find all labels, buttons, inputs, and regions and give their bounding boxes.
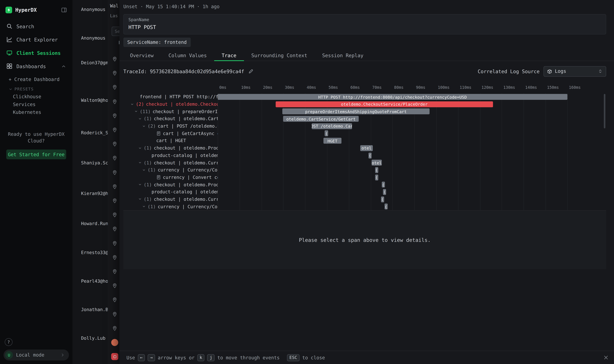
- trace-span-row[interactable]: (1)checkout | oteldemo.CartServic…otelde…: [123, 115, 606, 122]
- session-list-item[interactable]: Shaniya.Sc: [81, 160, 108, 166]
- expand-chevron[interactable]: [134, 110, 138, 113]
- trace-span-bar[interactable]: HTTP POST http://frontend:8080/api/check…: [218, 94, 567, 100]
- trace-span-row[interactable]: frontend | HTTP POST http://frontend:…HT…: [123, 93, 606, 101]
- session-list-item[interactable]: Jonathan.B: [81, 307, 108, 312]
- session-list-item[interactable]: Walton9@ho: [81, 97, 108, 103]
- panel-tabs: OverviewColumn ValuesTraceSurrounding Co…: [119, 50, 614, 61]
- expand-chevron[interactable]: [138, 146, 142, 150]
- tab-overview[interactable]: Overview: [123, 50, 161, 61]
- expand-chevron[interactable]: [138, 117, 142, 120]
- trace-span-bar[interactable]: (: [381, 196, 384, 202]
- trace-span-bar[interactable]: prepareOrderItemsAndShippingQuoteFromCar…: [282, 109, 430, 115]
- session-list-item[interactable]: Pearl43@ho: [81, 278, 108, 284]
- presets-header[interactable]: PRESETS: [0, 84, 72, 93]
- avatar-badge-red[interactable]: [111, 353, 118, 360]
- session-list-item[interactable]: Deion37@gm: [81, 60, 108, 65]
- span-tree-cell: (1)currency | Currency/Convert: [123, 204, 218, 209]
- scrollbar-thumb[interactable]: [604, 94, 605, 128]
- map-pin-marker: [112, 311, 118, 317]
- create-dashboard-button[interactable]: + Create Dashboard: [0, 73, 72, 84]
- trace-span-bar[interactable]: (: [375, 174, 378, 180]
- trace-span-bar[interactable]: oteldemo.CheckoutService/PlaceOrder: [276, 101, 493, 107]
- trace-span-bar[interactable]: otel: [371, 160, 382, 166]
- trace-span-bar[interactable]: otel: [360, 145, 373, 151]
- local-mode-button[interactable]: U Local mode: [3, 350, 69, 361]
- trace-span-row[interactable]: (1)checkout | oteldemo.ProductCat…otel: [123, 144, 606, 152]
- service-name-chip[interactable]: ServiceName: frontend: [123, 38, 191, 47]
- trace-span-bar[interactable]: HGET: [324, 138, 341, 144]
- preset-item-clickhouse[interactable]: Clickhouse: [0, 93, 72, 101]
- expand-chevron[interactable]: [142, 205, 146, 208]
- map-pin-icon: [112, 184, 118, 189]
- trace-span-row[interactable]: (2)cart | POST /oteldemo.CartSe…POST /ot…: [123, 122, 606, 130]
- trace-span-row[interactable]: product-catalog | oteldemo.Prod…(: [123, 188, 606, 195]
- map-pin-icon: [112, 141, 118, 147]
- session-list-item[interactable]: Howard.Run: [81, 221, 108, 226]
- sidebar-item-dashboards[interactable]: Dashboards: [0, 59, 72, 73]
- span-bar-cell: (: [218, 130, 603, 137]
- expand-chevron[interactable]: [138, 197, 142, 201]
- arrow-left-key: ←: [138, 354, 145, 361]
- expand-chevron[interactable]: [142, 124, 146, 128]
- tab-label: Overview: [130, 52, 154, 58]
- tab-trace[interactable]: Trace: [214, 50, 244, 61]
- tab-session-replay[interactable]: Session Replay: [315, 50, 371, 61]
- get-started-button[interactable]: Get Started for Free: [6, 150, 66, 159]
- span-bar-cell: (: [218, 195, 603, 203]
- sidebar-item-label: Client Sessions: [16, 50, 61, 56]
- trace-waterfall: 0ms10ms20ms30ms40ms50ms60ms70ms80ms90ms1…: [123, 81, 606, 211]
- trace-span-row[interactable]: cart | HGETHGET: [123, 137, 606, 144]
- edit-trace-id-button[interactable]: [248, 69, 253, 74]
- trace-span-row[interactable]: (11)checkout | prepareOrderItemsAnd…prep…: [123, 108, 606, 115]
- trace-span-bar[interactable]: (: [384, 204, 388, 209]
- sidebar-item-search[interactable]: Search: [0, 20, 72, 33]
- search-input[interactable]: Sea: [112, 26, 119, 36]
- span-bar-cell: oteldemo.CheckoutService/PlaceOrder: [218, 101, 603, 108]
- collapse-sidebar-button[interactable]: [61, 7, 67, 13]
- trace-span-row[interactable]: (1)currency | Currency/Convert(: [123, 203, 606, 210]
- tab-surrounding-context[interactable]: Surrounding Context: [244, 50, 315, 61]
- chevron-down-icon: [138, 146, 142, 150]
- trace-span-bar[interactable]: (: [375, 167, 378, 173]
- sidebar-bottom: ? U Local mode: [0, 338, 72, 364]
- log-source-select[interactable]: Logs: [543, 66, 606, 77]
- session-list-item[interactable]: Ernesto33@: [81, 250, 108, 255]
- trace-span-bar[interactable]: POST /oteldemo.Cart: [312, 123, 352, 129]
- map-pin-icon: [112, 283, 118, 288]
- trace-span-row[interactable]: (2)checkout | oteldemo.CheckoutServic…ot…: [123, 101, 606, 108]
- sidebar-item-chart-explorer[interactable]: Chart Explorer: [0, 33, 72, 46]
- time-tick-label: 140ms: [525, 85, 537, 90]
- expand-chevron[interactable]: [138, 183, 142, 186]
- preset-item-kubernetes[interactable]: Kubernetes: [0, 108, 72, 116]
- trace-span-row[interactable]: product-catalog | oteldemo.Prod…(: [123, 152, 606, 159]
- trace-span-row[interactable]: (1)checkout | oteldemo.CurrencySe…otel: [123, 159, 606, 166]
- trace-span-row[interactable]: cart | GetCartAsync called…(: [123, 130, 606, 137]
- expand-chevron[interactable]: [131, 102, 134, 106]
- map-pin-icon: [112, 241, 118, 246]
- expand-chevron[interactable]: [142, 168, 146, 172]
- trace-span-bar[interactable]: (: [382, 182, 385, 188]
- sidebar-item-client-sessions[interactable]: Client Sessions: [0, 46, 72, 60]
- trace-span-row[interactable]: currency | Convert convers…(: [123, 174, 606, 181]
- session-list-item[interactable]: Anonymous: [81, 35, 105, 41]
- trace-span-row[interactable]: (1)currency | Currency/Convert(: [123, 166, 606, 174]
- trace-span-bar[interactable]: oteldemo.CartService/GetCart: [283, 116, 359, 122]
- trace-span-bar[interactable]: (: [325, 130, 328, 136]
- trace-id-value: 957362828baa84dc02d95a4e6e99ca4f: [150, 68, 244, 74]
- session-list-item[interactable]: Roderick_S: [81, 130, 108, 136]
- trace-span-bar[interactable]: (: [368, 152, 371, 158]
- preset-item-services[interactable]: Services: [0, 101, 72, 108]
- help-button[interactable]: ?: [5, 338, 13, 346]
- session-list-item[interactable]: Dolly.Lub: [81, 335, 105, 341]
- tab-column-values[interactable]: Column Values: [161, 50, 214, 61]
- expand-chevron[interactable]: [138, 161, 142, 164]
- session-list-item[interactable]: Anonymous: [81, 7, 105, 12]
- close-button[interactable]: [603, 355, 608, 360]
- trace-span-row[interactable]: (1)checkout | oteldemo.ProductCat…(: [123, 181, 606, 188]
- app-logo: HyperDX: [0, 0, 72, 20]
- app-title: HyperDX: [15, 7, 37, 13]
- avatar-badge-orange[interactable]: [111, 339, 118, 346]
- trace-span-bar[interactable]: (: [383, 189, 386, 195]
- trace-span-row[interactable]: (1)checkout | oteldemo.CurrencySe…(: [123, 195, 606, 203]
- session-list-item[interactable]: Kieran92@h: [81, 191, 108, 196]
